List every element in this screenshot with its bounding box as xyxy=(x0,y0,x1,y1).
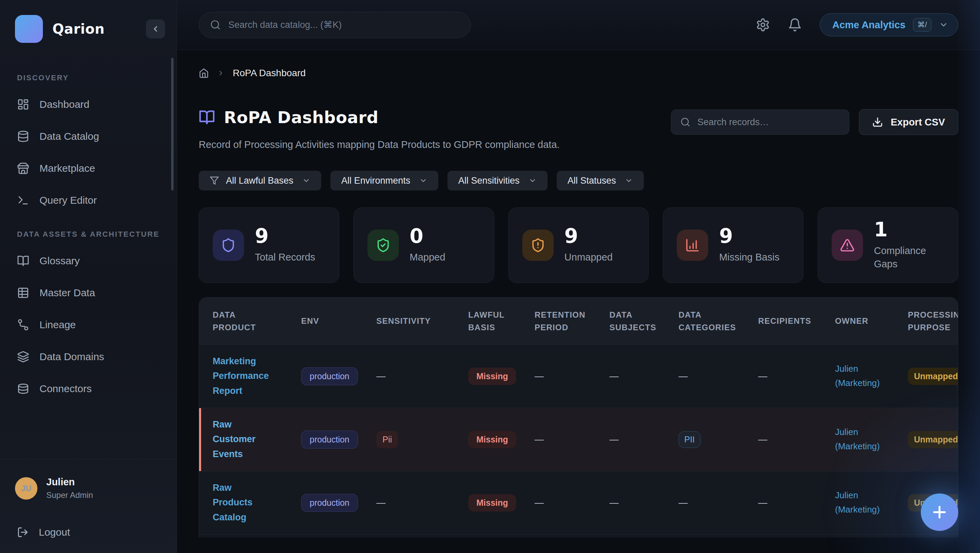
search-icon xyxy=(680,117,690,127)
title-block: RoPA Dashboard Record of Processing Acti… xyxy=(199,108,560,150)
records-search[interactable] xyxy=(671,110,850,135)
lawful-basis-badge: Missing xyxy=(468,368,516,385)
settings-button[interactable] xyxy=(756,17,770,32)
brand-name: Qarion xyxy=(52,21,137,37)
sidebar-item-query-editor[interactable]: Query Editor xyxy=(15,184,162,216)
chevron-down-icon xyxy=(625,176,633,185)
filter-lawful-bases[interactable]: All Lawful Bases xyxy=(199,171,321,191)
data-subjects-value: — xyxy=(609,371,619,381)
col-lawful-basis: Lawful Basis xyxy=(468,308,524,334)
logout-button[interactable]: Logout xyxy=(15,526,162,538)
logout-icon xyxy=(17,526,29,538)
filter-statuses[interactable]: All Statuses xyxy=(557,171,644,191)
sidebar-nav: Discovery Dashboard Data Catalog Marketp… xyxy=(0,53,177,459)
filter-sensitivities[interactable]: All Sensitivities xyxy=(447,171,547,191)
search-icon xyxy=(210,19,221,30)
shield-check-icon xyxy=(368,230,399,261)
filter-label: All Lawful Bases xyxy=(226,175,293,186)
breadcrumb: RoPA Dashboard xyxy=(199,68,958,79)
records-search-input[interactable] xyxy=(697,117,840,127)
home-icon[interactable] xyxy=(199,68,209,78)
sidebar-item-label: Lineage xyxy=(40,319,76,331)
sidebar-scrollbar-thumb[interactable] xyxy=(171,58,173,191)
stat-value: 9 xyxy=(255,226,315,246)
export-csv-label: Export CSV xyxy=(891,117,945,128)
sidebar-item-data-catalog[interactable]: Data Catalog xyxy=(15,121,162,153)
topbar-actions: Acme Analytics ⌘/ xyxy=(756,13,958,37)
user-profile[interactable]: JU Julien Super Admin xyxy=(15,477,162,500)
add-record-fab[interactable] xyxy=(921,494,958,531)
sidebar-item-label: Dashboard xyxy=(40,99,89,110)
stat-cards: 9 Total Records 0 Mapped xyxy=(199,207,958,283)
sidebar-item-label: Marketplace xyxy=(40,162,95,174)
route-icon xyxy=(17,319,29,331)
retention-value: — xyxy=(535,434,544,445)
filter-label: All Environments xyxy=(341,175,410,186)
filter-label: All Sensitivities xyxy=(458,175,520,186)
col-retention-period: Retention Period xyxy=(535,308,599,334)
sidebar-item-label: Query Editor xyxy=(40,194,97,206)
download-icon xyxy=(872,117,883,127)
sidebar-item-dashboard[interactable]: Dashboard xyxy=(15,88,162,121)
global-search[interactable] xyxy=(199,12,471,38)
col-data-categories: Data Categories xyxy=(679,308,748,334)
filter-environments[interactable]: All Environments xyxy=(331,171,438,191)
data-categories-value: — xyxy=(679,371,688,381)
table-row[interactable]: Marketing Performance Report production … xyxy=(199,345,958,408)
retention-value: — xyxy=(535,497,544,508)
stat-label: Missing Basis xyxy=(719,251,779,264)
stat-value: 1 xyxy=(874,220,948,240)
main-area: Acme Analytics ⌘/ RoPA Dashboard xyxy=(177,0,980,553)
chevron-down-icon xyxy=(939,20,948,30)
stat-total-records: 9 Total Records xyxy=(199,207,339,283)
database-icon xyxy=(17,130,29,143)
data-product-link[interactable]: Raw Customer Events xyxy=(213,417,271,461)
global-search-input[interactable] xyxy=(228,20,460,30)
stat-value: 9 xyxy=(565,226,613,246)
terminal-icon xyxy=(17,194,29,207)
chevron-left-icon xyxy=(151,24,160,33)
col-sensitivity: Sensitivity xyxy=(376,315,431,327)
layers-icon xyxy=(17,351,29,363)
sidebar-item-glossary[interactable]: Glossary xyxy=(15,245,162,277)
purpose-badge: Unmapped xyxy=(908,431,958,448)
app-window: Qarion Discovery Dashboard Data Catalog xyxy=(0,0,980,553)
sidebar-item-lineage[interactable]: Lineage xyxy=(15,309,162,341)
table-row[interactable]: Raw Customer Events production Pii Missi… xyxy=(199,408,958,471)
sidebar-item-label: Glossary xyxy=(40,255,80,267)
tenant-shortcut-badge: ⌘/ xyxy=(913,18,931,32)
tenant-switcher[interactable]: Acme Analytics ⌘/ xyxy=(820,13,958,37)
sidebar-item-data-domains[interactable]: Data Domains xyxy=(15,341,162,373)
table-row[interactable]: Raw Products Catalog production — Missin… xyxy=(199,471,958,534)
owner-link[interactable]: Julien (Marketing) xyxy=(835,362,898,390)
col-data-subjects: Data Subjects xyxy=(609,308,668,334)
table-header-row: Data Product Env Sensitivity Lawful Basi… xyxy=(199,297,958,345)
col-env: Env xyxy=(301,315,319,327)
sensitivity-value: — xyxy=(376,497,385,508)
stat-compliance-gaps: 1 Compliance Gaps xyxy=(818,207,958,283)
sidebar-item-marketplace[interactable]: Marketplace xyxy=(15,153,162,184)
book-open-icon xyxy=(199,109,215,126)
sidebar-item-label: Data Catalog xyxy=(40,130,99,142)
data-categories-value: — xyxy=(679,497,688,508)
owner-link[interactable]: Julien (Marketing) xyxy=(835,488,898,516)
sidebar-item-label: Data Domains xyxy=(40,351,104,362)
sidebar-item-master-data[interactable]: Master Data xyxy=(15,277,162,309)
col-owner: Owner xyxy=(835,315,869,327)
export-csv-button[interactable]: Export CSV xyxy=(859,109,958,135)
sidebar-footer: JU Julien Super Admin Logout xyxy=(0,459,177,553)
stat-value: 9 xyxy=(719,226,779,246)
shield-alert-icon xyxy=(522,230,554,261)
data-product-link[interactable]: Raw Products Catalog xyxy=(213,481,271,525)
table-icon xyxy=(17,287,29,299)
recipients-value: — xyxy=(758,371,767,381)
stat-mapped: 0 Mapped xyxy=(353,207,494,283)
sidebar-collapse-button[interactable] xyxy=(146,19,165,38)
breadcrumb-current: RoPA Dashboard xyxy=(233,68,305,79)
stat-unmapped: 9 Unmapped xyxy=(508,207,649,283)
notifications-button[interactable] xyxy=(788,17,802,32)
owner-link[interactable]: Julien (Marketing) xyxy=(835,425,898,453)
chevron-down-icon xyxy=(419,176,427,185)
sidebar-item-connectors[interactable]: Connectors xyxy=(15,373,162,405)
data-product-link[interactable]: Marketing Performance Report xyxy=(213,354,271,398)
